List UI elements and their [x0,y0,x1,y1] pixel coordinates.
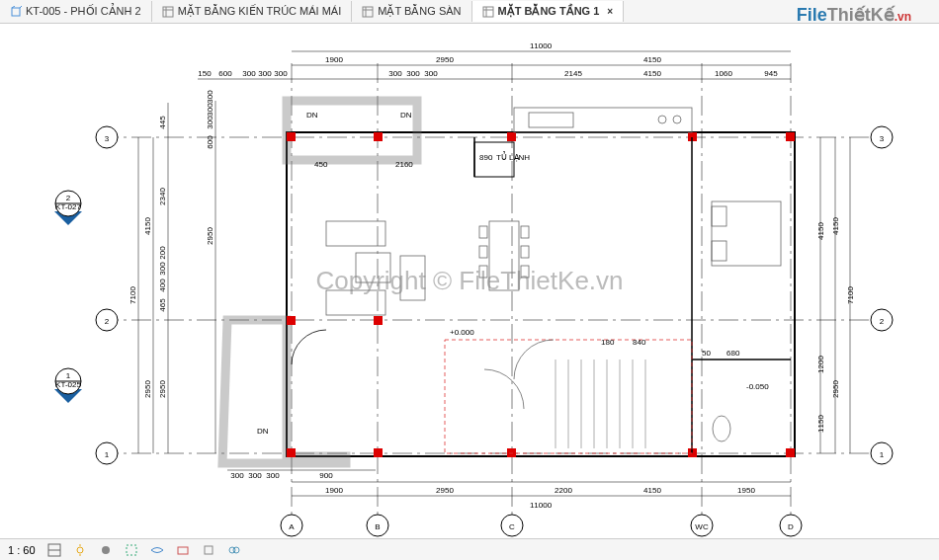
svg-text:KT-025: KT-025 [55,380,81,389]
tab-tang-1[interactable]: MẶT BẰNG TẦNG 1 × [472,1,625,22]
svg-text:7100: 7100 [846,286,855,304]
tab-close-icon[interactable]: × [607,6,613,17]
svg-rect-71 [400,256,425,300]
model-graphics-icon[interactable] [47,543,61,557]
grid-bubble-3-left: 3 [96,126,118,148]
svg-rect-74 [479,226,487,238]
sun-path-icon[interactable] [73,543,87,557]
svg-text:2950: 2950 [831,380,840,398]
svg-text:300: 300 [266,471,280,480]
plan-icon [162,6,174,18]
grid-bubble-3-right: 3 [871,126,893,148]
svg-text:945: 945 [764,69,778,78]
svg-rect-62 [507,448,516,457]
grid-bubble-1-left: 1 [96,442,118,464]
grid-bubble-2-right: 2 [871,309,893,331]
crop-icon[interactable] [125,543,138,557]
svg-text:4150: 4150 [143,217,152,235]
svg-text:DN: DN [306,111,318,120]
svg-rect-0 [12,8,20,16]
svg-text:2950: 2950 [143,380,152,398]
svg-rect-79 [521,266,529,278]
hide-icon[interactable] [150,543,164,557]
svg-text:150: 150 [198,69,212,78]
svg-text:300: 300 [274,69,288,78]
svg-rect-72 [356,253,390,282]
svg-rect-57 [786,132,795,141]
svg-rect-78 [521,246,529,258]
svg-rect-85 [712,206,726,226]
status-bar: 1 : 60 [0,538,939,560]
svg-text:4150: 4150 [643,69,661,78]
svg-rect-80 [514,108,692,132]
svg-text:11000: 11000 [530,501,553,510]
svg-text:4150: 4150 [643,486,661,495]
svg-text:300: 300 [406,69,420,78]
svg-text:300: 300 [388,69,402,78]
section-marker-2: 2 KT-027 [54,191,82,225]
tab-phoi-canh-2[interactable]: KT-005 - PHỐI CẢNH 2 [0,1,152,22]
svg-line-2 [20,6,22,8]
worksets-icon[interactable] [227,543,241,557]
svg-text:-0.050: -0.050 [746,382,769,391]
svg-rect-86 [712,241,726,261]
svg-text:+0.000: +0.000 [450,328,474,337]
plan-icon [482,6,494,18]
svg-rect-53 [287,132,296,141]
svg-rect-84 [712,201,781,266]
svg-text:2950: 2950 [158,380,167,398]
plan-icon [362,6,374,18]
grid-bubble-WC: WC [691,515,713,536]
temp-hide-icon[interactable] [202,543,215,557]
3d-view-icon [10,6,22,18]
svg-text:680: 680 [726,349,740,358]
svg-text:1150: 1150 [816,415,825,433]
svg-point-83 [673,116,681,123]
svg-text:D: D [788,522,794,531]
svg-rect-176 [127,545,136,555]
svg-text:300: 300 [206,103,214,117]
svg-text:2: 2 [105,317,110,326]
svg-text:TỦ LẠNH: TỦ LẠNH [496,151,530,162]
svg-rect-77 [521,226,529,238]
tab-san[interactable]: MẶT BẰNG SÀN [352,1,471,22]
shadows-icon[interactable] [99,543,113,557]
svg-rect-55 [507,132,516,141]
svg-text:3: 3 [105,134,110,143]
svg-text:4150: 4150 [831,217,840,235]
svg-rect-54 [374,132,383,141]
drawing-canvas[interactable]: 3 2 1 3 2 1 A B C WC D [0,24,939,538]
svg-rect-81 [529,113,573,127]
scale-display[interactable]: 1 : 60 [8,544,36,556]
svg-rect-3 [163,7,173,17]
svg-text:DN: DN [257,427,269,436]
svg-rect-73 [489,221,519,290]
svg-point-96 [713,416,730,441]
svg-text:2950: 2950 [436,55,454,64]
svg-rect-9 [483,7,493,17]
svg-text:2340: 2340 [158,188,167,205]
svg-rect-76 [479,266,487,278]
svg-text:450: 450 [314,160,328,169]
svg-text:300: 300 [206,90,214,104]
tab-mai-mai[interactable]: MẶT BẰNG KIẾN TRÚC MÁI MÁI [152,1,353,22]
svg-point-175 [102,546,110,554]
svg-rect-64 [786,448,795,457]
svg-text:200: 200 [158,246,167,260]
svg-text:4150: 4150 [643,55,661,64]
svg-rect-177 [178,547,188,554]
svg-text:KT-027: KT-027 [55,202,81,211]
svg-text:300: 300 [242,69,256,78]
svg-text:1200: 1200 [816,356,825,373]
svg-text:300: 300 [424,69,438,78]
reveal-icon[interactable] [176,543,190,557]
svg-text:C: C [509,522,515,531]
svg-text:300: 300 [248,471,262,480]
svg-text:WC: WC [695,522,709,531]
svg-rect-60 [287,448,296,457]
grid-bubble-1-right: 1 [871,442,893,464]
svg-rect-6 [363,7,373,17]
svg-text:B: B [375,522,380,531]
svg-text:1: 1 [105,450,110,459]
tab-label: MẶT BẰNG SÀN [378,5,461,18]
